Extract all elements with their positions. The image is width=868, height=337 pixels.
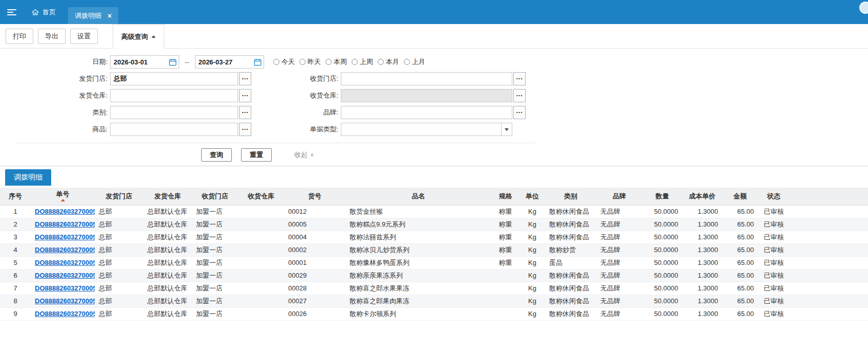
cell-to-store: 加盟一店 (192, 243, 238, 256)
cell-unit: Kg (519, 269, 545, 282)
table-row[interactable]: 2DO88882603270005总部总部默认仓库加盟一店00005散称糕点9.… (0, 218, 868, 231)
column-header-unit[interactable]: 单位 (519, 188, 545, 205)
user-avatar[interactable] (859, 2, 868, 14)
cell-to-store: 加盟一店 (192, 295, 238, 307)
column-header-spec[interactable]: 规格 (491, 188, 519, 205)
quick-range-today[interactable]: 今天 (273, 57, 295, 66)
date-to-input[interactable] (196, 56, 254, 68)
from-store-lookup-button[interactable]: ··· (239, 72, 251, 85)
cell-doc-no: DO88882603270005 (31, 307, 95, 320)
cell-unit: Kg (519, 295, 545, 307)
column-header-category[interactable]: 类别 (545, 188, 596, 205)
quick-range-last-month[interactable]: 上月 (404, 57, 425, 66)
cell-filler (790, 269, 868, 282)
column-header-seq[interactable]: 序号 (0, 188, 31, 205)
column-header-qty[interactable]: 数量 (642, 188, 682, 205)
quick-range-last-week[interactable]: 上周 (352, 57, 373, 66)
from-warehouse-input[interactable] (111, 90, 237, 101)
radio-icon (352, 59, 358, 65)
order-number-link[interactable]: DO88882603270005 (35, 310, 95, 318)
cell-brand: 无品牌 (596, 205, 642, 218)
order-number-link[interactable]: DO88882603270005 (35, 272, 95, 279)
cell-to-warehouse (238, 282, 284, 295)
reset-button[interactable]: 重置 (241, 148, 272, 162)
date-separator: -- (185, 58, 189, 66)
brand-field (341, 106, 512, 119)
category-label: 类别: (0, 108, 110, 117)
column-header-from-warehouse[interactable]: 发货仓库 (143, 188, 192, 205)
date-from-input[interactable] (111, 56, 169, 68)
cell-amount: 65.00 (722, 218, 758, 231)
from-warehouse-lookup-button[interactable]: ··· (239, 89, 251, 102)
column-header-to-warehouse[interactable]: 收货仓库 (238, 188, 284, 205)
tab-home[interactable]: 首页 (25, 0, 63, 24)
menu-toggle-icon[interactable] (7, 8, 17, 17)
column-header-brand[interactable]: 品牌 (596, 188, 642, 205)
cell-to-warehouse (238, 218, 284, 231)
quick-range-this-month[interactable]: 本月 (378, 57, 399, 66)
tab-transfer-detail[interactable]: 调拨明细 × (68, 7, 118, 24)
order-number-link[interactable]: DO88882603270005 (35, 246, 95, 254)
table-row[interactable]: 4DO88882603270005总部总部默认仓库加盟一店00002散称冰贝儿炒… (0, 243, 868, 256)
order-number-link[interactable]: DO88882603270005 (35, 233, 95, 241)
order-number-link[interactable]: DO88882603270005 (35, 284, 95, 292)
column-header-amount[interactable]: 金额 (722, 188, 758, 205)
from-store-input[interactable] (111, 73, 237, 84)
column-header-unit-cost[interactable]: 成本单价 (682, 188, 722, 205)
toolbar: 打印 导出 设置 高级查询 (0, 24, 868, 49)
calendar-icon[interactable] (169, 58, 177, 66)
grid-tab-transfer-detail[interactable]: 调拨明细 (5, 169, 51, 186)
column-header-doc-no[interactable]: 单号 (31, 188, 95, 205)
order-number-link[interactable]: DO88882603270005 (35, 259, 95, 266)
column-header-item-no[interactable]: 货号 (284, 188, 345, 205)
brand-label: 品牌: (251, 108, 341, 117)
doc-type-dropdown-chevron-icon[interactable] (501, 123, 512, 136)
to-store-lookup-button[interactable]: ··· (513, 72, 526, 85)
cell-qty: 50.0000 (642, 282, 682, 295)
category-input[interactable] (111, 107, 237, 118)
cell-from-store: 总部 (95, 307, 143, 320)
table-row[interactable]: 7DO88882603270005总部总部默认仓库加盟一店00028散称喜之郎水… (0, 282, 868, 295)
table-row[interactable]: 5DO88882603270005总部总部默认仓库加盟一店00001散称豫林多鸭… (0, 256, 868, 269)
cell-category: 蛋品 (545, 256, 596, 269)
product-input[interactable] (111, 124, 237, 135)
advanced-query-toggle[interactable]: 高级查询 (113, 24, 164, 49)
category-lookup-button[interactable]: ··· (239, 106, 251, 119)
column-header-from-store[interactable]: 发货门店 (95, 188, 143, 205)
product-lookup-button[interactable]: ··· (239, 123, 251, 136)
cell-doc-no: DO88882603270005 (31, 295, 95, 307)
column-header-to-store[interactable]: 收货门店 (192, 188, 238, 205)
cell-from-store: 总部 (95, 269, 143, 282)
export-button[interactable]: 导出 (38, 29, 66, 44)
radio-label: 上月 (412, 57, 425, 66)
cell-category: 散称休闲食品 (545, 218, 596, 231)
cell-doc-no: DO88882603270005 (31, 269, 95, 282)
calendar-icon[interactable] (254, 58, 262, 66)
table-row[interactable]: 6DO88882603270005总部总部默认仓库加盟一店00029散称亲亲果冻… (0, 269, 868, 282)
order-number-link[interactable]: DO88882603270005 (35, 297, 95, 305)
settings-button[interactable]: 设置 (70, 29, 98, 44)
table-row[interactable]: 3DO88882603270005总部总部默认仓库加盟一店00004散称法丽兹系… (0, 231, 868, 243)
table-row[interactable]: 8DO88882603270005总部总部默认仓库加盟一店00027散称喜之郎果… (0, 295, 868, 307)
quick-range-this-week[interactable]: 本周 (326, 57, 347, 66)
column-header-status[interactable]: 状态 (758, 188, 790, 205)
column-header-item-name[interactable]: 品名 (345, 188, 491, 205)
close-tab-icon[interactable]: × (107, 12, 112, 19)
doc-type-input[interactable] (341, 124, 501, 135)
order-number-link[interactable]: DO88882603270005 (35, 208, 95, 215)
cell-spec: 称重 (491, 218, 519, 231)
order-number-link[interactable]: DO88882603270005 (35, 220, 95, 228)
print-button[interactable]: 打印 (6, 29, 33, 44)
to-warehouse-input[interactable] (341, 90, 512, 101)
table-row[interactable]: 9DO88882603270005总部总部默认仓库加盟一店00026散称卡尔顿系… (0, 307, 868, 320)
quick-range-yesterday[interactable]: 昨天 (299, 57, 321, 66)
cell-amount: 65.00 (722, 256, 758, 269)
collapse-toggle[interactable]: 收起 ∧ (294, 150, 314, 160)
query-button[interactable]: 查询 (201, 148, 232, 162)
brand-lookup-button[interactable]: ··· (513, 106, 526, 119)
brand-input[interactable] (341, 107, 512, 118)
to-warehouse-lookup-button[interactable]: ··· (513, 89, 526, 102)
radio-icon (299, 59, 306, 65)
to-store-input[interactable] (341, 73, 512, 84)
table-row[interactable]: 1DO88882603270005总部总部默认仓库加盟一店00012散货金丝猴称… (0, 205, 868, 218)
